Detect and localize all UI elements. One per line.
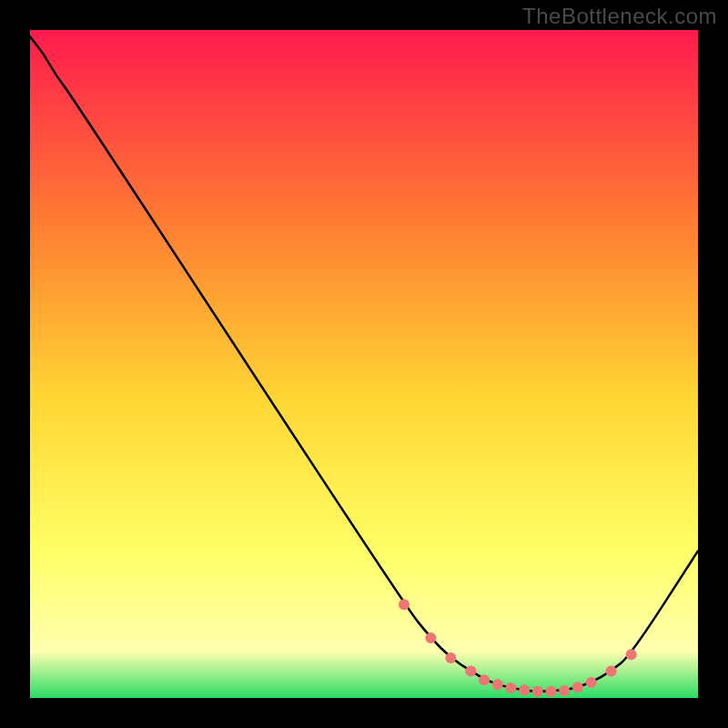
curve-dot bbox=[479, 674, 490, 685]
curve-dot bbox=[425, 632, 436, 643]
curve-dot bbox=[399, 599, 410, 610]
curve-dot bbox=[572, 682, 583, 693]
watermark-text: TheBottleneck.com bbox=[522, 4, 717, 29]
curve-dots bbox=[30, 30, 698, 698]
curve-dot bbox=[445, 652, 456, 663]
curve-dot bbox=[586, 677, 597, 688]
curve-dot bbox=[519, 684, 530, 695]
curve-dot bbox=[465, 666, 476, 677]
curve-dot bbox=[506, 682, 517, 693]
curve-dot bbox=[532, 686, 543, 697]
plot-area bbox=[30, 30, 698, 698]
curve-dot bbox=[492, 679, 503, 690]
curve-dot bbox=[626, 649, 637, 660]
chart-stage: TheBottleneck.com bbox=[0, 0, 728, 728]
curve-dot bbox=[546, 686, 557, 697]
curve-dot bbox=[606, 666, 617, 677]
curve-dot bbox=[559, 685, 570, 696]
